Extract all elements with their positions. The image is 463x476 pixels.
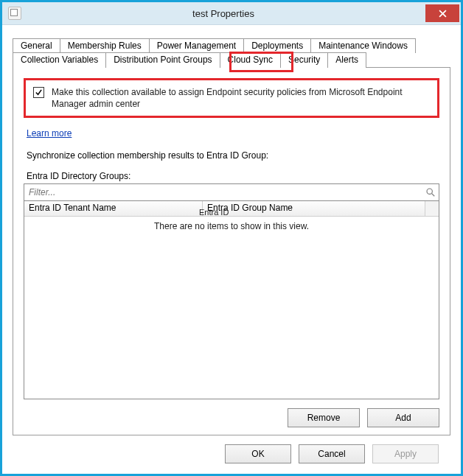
directory-groups-grid: Entra ID Tenant Name Entra ID Group Name… [24,201,439,399]
grid-header: Entra ID Tenant Name Entra ID Group Name [24,201,439,217]
search-icon[interactable] [422,184,439,200]
apply-button[interactable]: Apply [372,444,439,463]
tab-general[interactable]: General [13,38,60,53]
cancel-button[interactable]: Cancel [299,444,365,463]
tab-deployments[interactable]: Deployments [243,38,311,53]
add-button[interactable]: Add [367,408,439,427]
properties-dialog: test Properties General Membership Rules… [1,1,462,475]
tab-strip: General Membership Rules Power Managemen… [13,38,450,68]
remove-button[interactable]: Remove [288,408,360,427]
close-icon [439,10,447,18]
annotation-checkbox-highlight: Make this collection available to assign… [24,78,439,118]
tab-membership-rules[interactable]: Membership Rules [60,38,150,53]
svg-point-0 [427,189,432,194]
tab-cloud-sync[interactable]: Cloud Sync [220,52,281,68]
tab-security[interactable]: Security [280,52,328,68]
app-icon [8,7,21,20]
filter-input[interactable] [24,185,422,200]
checkbox-make-available[interactable] [33,87,44,98]
tab-power-management[interactable]: Power Management [149,38,244,53]
group-buttons: Remove Add [24,408,439,427]
grid-empty-message: There are no items to show in this view. [24,221,439,231]
learn-more-row: Learn more [27,128,439,139]
grid-body: There are no items to show in this view. [24,217,439,399]
directory-groups-label: Entra ID Directory Groups: [27,171,439,181]
sync-description: Synchronize collection membership result… [27,150,439,161]
tab-distribution-point-groups[interactable]: Distribution Point Groups [105,52,220,68]
tab-collection-variables[interactable]: Collection Variables [13,52,106,68]
learn-more-link[interactable]: Learn more [27,128,72,139]
tab-maintenance-windows[interactable]: Maintenance Windows [310,38,416,53]
window-title: test Properties [21,8,425,19]
ok-button[interactable]: OK [225,444,291,463]
client-area: General Membership Rules Power Managemen… [2,25,461,474]
filter-field [24,183,439,201]
tab-panel-cloud-sync: Make this collection available to assign… [13,67,450,435]
tab-alerts[interactable]: Alerts [327,52,366,68]
svg-line-1 [432,194,435,197]
checkmark-icon [35,88,43,97]
dialog-buttons: OK Cancel Apply [13,435,450,463]
close-button[interactable] [425,4,459,22]
column-tenant-name[interactable]: Entra ID Tenant Name [24,201,203,216]
titlebar: test Properties [2,2,461,25]
entra-id-label: Entra ID [199,208,229,217]
column-spacer [425,201,439,216]
checkbox-label: Make this collection available to assign… [52,86,430,110]
column-group-name[interactable]: Entra ID Group Name [203,201,425,216]
